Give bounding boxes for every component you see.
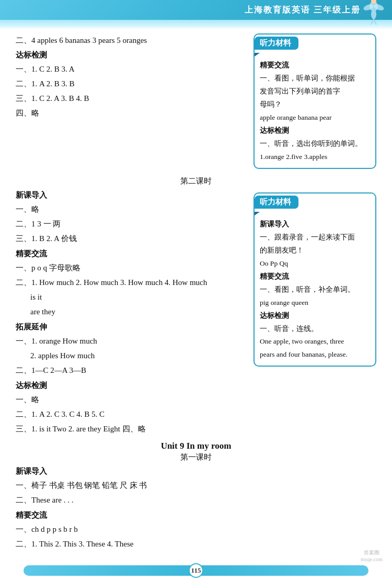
page-bar-line: 115 [24, 565, 368, 576]
page-bar: 115 [0, 565, 392, 576]
box2-jy-words: pig orange queen [260, 297, 370, 310]
unit-jy-l1: 一、ch d p p s b r b [16, 522, 376, 537]
unit9-section: Unit 9 In my room 第一课时 新课导入 一、椅子 书桌 书包 钢… [16, 441, 376, 551]
box2-content: 新课导入 一、跟着录音，一起来读下面 的新朋友吧！ Oo Pp Qq 精要交流 … [260, 218, 370, 362]
box1-jy-text3: 母吗？ [260, 98, 370, 111]
top-decoration [0, 20, 392, 29]
section2-area: 听力材料 新课导入 一、跟着录音，一起来读下面 的新朋友吧！ Oo Pp Qq … [16, 188, 376, 437]
box2-xk-title: 新课导入 [260, 218, 370, 231]
box2-jy-title: 精要交流 [260, 270, 370, 283]
svg-line-6 [374, 19, 376, 25]
unit-xk-l2: 二、These are . . . [16, 493, 376, 507]
unit-xk-title: 新课导入 [16, 464, 376, 479]
listening-box-1: 听力材料 精要交流 一、看图，听单词，你能根据 发音写出下列单词的首字 母吗？ … [253, 33, 376, 169]
box2-xk-words: Oo Pp Qq [260, 257, 370, 270]
main-content: 听力材料 精要交流 一、看图，听单词，你能根据 发音写出下列单词的首字 母吗？ … [0, 29, 392, 557]
box1-title: 听力材料 [255, 37, 298, 50]
box2-ear [255, 212, 260, 215]
s3-db-l1: 一、略 [16, 393, 376, 407]
unit-title: Unit 9 In my room [16, 441, 376, 451]
box1-ear [255, 53, 260, 56]
box1-jy-text2: 发音写出下列单词的首字 [260, 85, 370, 98]
box2-jy-text: 一、看图，听音，补全单词。 [260, 283, 370, 297]
box1-jy-text1: 一、看图，听单词，你能根据 [260, 72, 370, 85]
box2-db-text3: pears and four bananas, please. [260, 348, 370, 361]
unit-jy-title: 精要交流 [16, 508, 376, 522]
box2-title: 听力材料 [255, 196, 298, 209]
box1-jy-title: 精要交流 [260, 59, 370, 72]
page-number: 115 [189, 563, 203, 578]
listening-box-2: 听力材料 新课导入 一、跟着录音，一起来读下面 的新朋友吧！ Oo Pp Qq … [253, 192, 376, 367]
box1-db-text: 一、听音，选出你听到的单词。 [260, 138, 370, 151]
svg-line-5 [371, 19, 374, 25]
s3-db-title: 达标检测 [16, 379, 376, 393]
fairy-icon [361, 0, 387, 25]
box2-xk-text2: 的新朋友吧！ [260, 244, 370, 257]
box1-db-title: 达标检测 [260, 124, 370, 138]
unit-xk-l1: 一、椅子 书桌 书包 钢笔 铅笔 尺 床 书 [16, 479, 376, 493]
unit-jy-l2: 二、1. This 2. This 3. These 4. These [16, 537, 376, 551]
watermark: 答案圈mxqe.com [361, 549, 383, 563]
box1-db-items: 1.orange 2.five 3.apples [260, 151, 370, 164]
s3-db-l2: 二、1. A 2. C 3. C 4. B 5. C [16, 407, 376, 421]
box2-db-text1: 一、听音，连线。 [260, 323, 370, 336]
unit-lesson-title: 第一课时 [16, 452, 376, 462]
header-title: 上海教育版英语 三年级上册 [245, 5, 361, 16]
box2-db-title: 达标检测 [260, 310, 370, 323]
section2-title: 第二课时 [16, 176, 376, 186]
box1-jy-words: apple orange banana pear [260, 111, 370, 124]
s3-db-l3: 三、1. is it Two 2. are they Eight 四、略 [16, 422, 376, 436]
svg-point-4 [371, 9, 376, 19]
box1-content: 精要交流 一、看图，听单词，你能根据 发音写出下列单词的首字 母吗？ apple… [260, 59, 370, 164]
top-area: 听力材料 精要交流 一、看图，听单词，你能根据 发音写出下列单词的首字 母吗？ … [16, 33, 376, 171]
box2-db-text2: One apple, two oranges, three [260, 335, 370, 348]
box2-xk-text1: 一、跟着录音，一起来读下面 [260, 231, 370, 244]
page-header: 上海教育版英语 三年级上册 [0, 0, 392, 20]
